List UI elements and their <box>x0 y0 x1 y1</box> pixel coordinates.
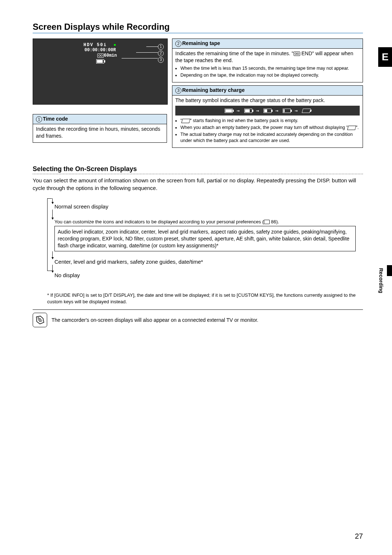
battery-bullet-1: "" starts flashing in red when the batte… <box>180 118 360 124</box>
footnote: * If [GUIDE INFO] is set to [D/T DISPLAY… <box>47 292 363 305</box>
tape-body-text: Indicates the remaining time of the tape… <box>175 50 353 63</box>
tape-bullet-1: When the time left is less than 15 secon… <box>180 65 360 72</box>
battery-bullet-2: When you attach an empty battery pack, t… <box>180 125 360 131</box>
osd-intro: You can select the amount of information… <box>33 177 363 192</box>
callout-numbers: 123 <box>158 44 164 63</box>
subsection-title: Selecting the On-Screen Displays <box>33 165 363 173</box>
display-cycle-flow: Normal screen display You can customize … <box>47 198 356 286</box>
box-battery: 3Remaining battery charge The battery sy… <box>172 85 363 148</box>
customizable-items-box: Audio level indicator, zoom indicator, c… <box>54 226 356 252</box>
box-timecode: 1Time code Indicates the recording time … <box>33 114 167 143</box>
screen-simulation: HDV 50i ● 00:00:00:00R 60min 123 <box>33 39 168 105</box>
page-number: 27 <box>355 532 363 540</box>
battery-bullet-3: The actual battery charge may not be ind… <box>180 131 360 144</box>
tape-bullet-2: Depending on the tape, the indication ma… <box>180 72 360 78</box>
box-remaining-tape: 2Remaining tape Indicates the remaining … <box>172 39 363 82</box>
section-title: Screen Displays while Recording <box>33 22 363 33</box>
note-text: The camcorder's on-screen displays will … <box>52 317 258 323</box>
note-icon <box>33 313 47 327</box>
battery-status-strip: → → → → <box>175 106 360 116</box>
